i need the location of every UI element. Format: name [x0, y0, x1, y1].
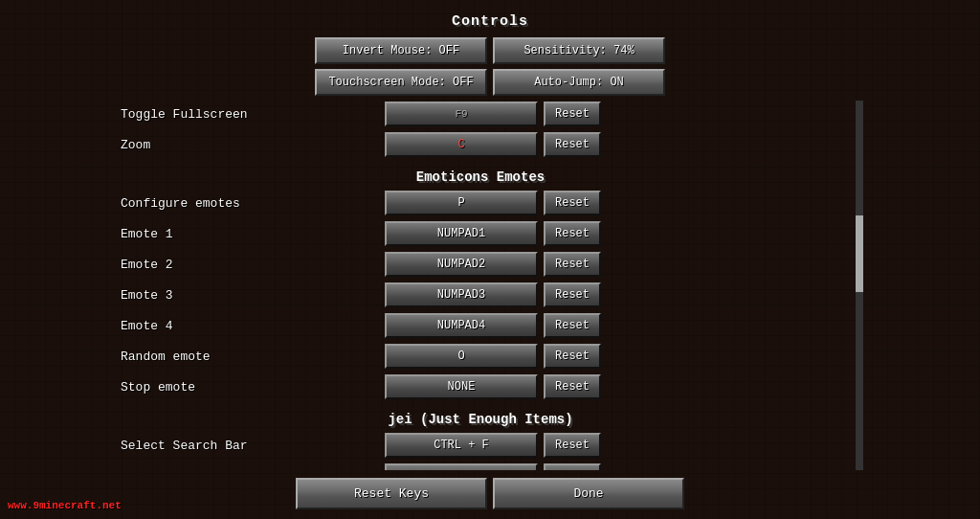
fullscreen-row: Toggle Fullscreen F9 Reset [117, 101, 844, 127]
emote-reset-button-5[interactable]: Reset [544, 344, 601, 369]
jei-label-1: Show Item Recipe [117, 469, 385, 471]
zoom-reset-button[interactable]: Reset [544, 132, 601, 157]
emote-key-button-0[interactable]: P [385, 191, 538, 215]
emote-label-6: Stop emote [117, 380, 385, 395]
emote-label-0: Configure emotes [117, 196, 385, 211]
jei-row-1: Show Item RecipeRReset [117, 463, 844, 470]
fullscreen-reset-button[interactable]: Reset [544, 102, 601, 126]
emote-row-0: Configure emotesPReset [117, 190, 844, 216]
touchscreen-mode-button[interactable]: Touchscreen Mode: OFF [315, 69, 487, 96]
emote-key-button-3[interactable]: NUMPAD3 [385, 282, 538, 307]
emote-label-4: Emote 4 [117, 319, 385, 333]
sensitivity-button[interactable]: Sensitivity: 74% [493, 37, 665, 64]
emotes-section-header: Emoticons Emotes [117, 162, 844, 190]
scrollable-area: Toggle Fullscreen F9 Reset Zoom C Reset … [117, 101, 863, 470]
emote-row-3: Emote 3NUMPAD3Reset [117, 282, 844, 308]
emote-label-3: Emote 3 [117, 288, 385, 303]
emote-key-button-1[interactable]: NUMPAD1 [385, 221, 538, 246]
jei-label-0: Select Search Bar [117, 439, 385, 453]
scrollbar[interactable] [856, 101, 863, 470]
content-area: Toggle Fullscreen F9 Reset Zoom C Reset … [117, 101, 852, 470]
reset-keys-button[interactable]: Reset Keys [296, 478, 487, 509]
emote-reset-button-2[interactable]: Reset [544, 252, 601, 277]
jei-key-button-1[interactable]: R [385, 463, 538, 470]
zoom-label: Zoom [117, 138, 385, 152]
jei-section-header: jei (Just Enough Items) [117, 404, 844, 432]
done-button[interactable]: Done [493, 478, 684, 509]
page-title: Controls [452, 13, 528, 30]
title-bar: Controls [0, 0, 980, 37]
emote-reset-button-1[interactable]: Reset [544, 221, 601, 246]
watermark: www.9minecraft.net [8, 500, 122, 511]
top-buttons-row1: Invert Mouse: OFF Sensitivity: 74% [315, 37, 665, 64]
emote-reset-button-0[interactable]: Reset [544, 191, 601, 215]
emote-label-5: Random emote [117, 350, 385, 364]
emote-reset-button-6[interactable]: Reset [544, 374, 601, 399]
zoom-key-button[interactable]: C [385, 132, 538, 157]
emote-row-4: Emote 4NUMPAD4Reset [117, 312, 844, 339]
zoom-row: Zoom C Reset [117, 131, 844, 158]
top-buttons-row2: Touchscreen Mode: OFF Auto-Jump: ON [315, 69, 665, 96]
fullscreen-label: Toggle Fullscreen [117, 107, 385, 122]
emote-row-5: Random emoteOReset [117, 343, 844, 370]
bottom-bar: Reset Keys Done [0, 470, 980, 519]
emote-reset-button-4[interactable]: Reset [544, 313, 601, 338]
scrollbar-thumb[interactable] [856, 215, 863, 292]
emote-key-button-4[interactable]: NUMPAD4 [385, 313, 538, 338]
invert-mouse-button[interactable]: Invert Mouse: OFF [315, 37, 487, 64]
fullscreen-key-button[interactable]: F9 [385, 102, 538, 126]
emote-label-2: Emote 2 [117, 258, 385, 272]
emote-key-button-2[interactable]: NUMPAD2 [385, 252, 538, 277]
emote-row-6: Stop emoteNONEReset [117, 373, 844, 400]
emote-reset-button-3[interactable]: Reset [544, 282, 601, 307]
jei-key-button-0[interactable]: CTRL + F [385, 433, 538, 458]
auto-jump-button[interactable]: Auto-Jump: ON [493, 69, 665, 96]
jei-reset-button-0[interactable]: Reset [544, 433, 601, 458]
jei-rows: Select Search BarCTRL + FResetShow Item … [117, 432, 844, 470]
emote-key-button-6[interactable]: NONE [385, 374, 538, 399]
jei-row-0: Select Search BarCTRL + FReset [117, 432, 844, 459]
emote-key-button-5[interactable]: O [385, 344, 538, 369]
emote-label-1: Emote 1 [117, 227, 385, 241]
jei-reset-button-1[interactable]: Reset [544, 463, 601, 470]
emote-row-2: Emote 2NUMPAD2Reset [117, 251, 844, 278]
emote-rows: Configure emotesPResetEmote 1NUMPAD1Rese… [117, 190, 844, 400]
emote-row-1: Emote 1NUMPAD1Reset [117, 220, 844, 247]
